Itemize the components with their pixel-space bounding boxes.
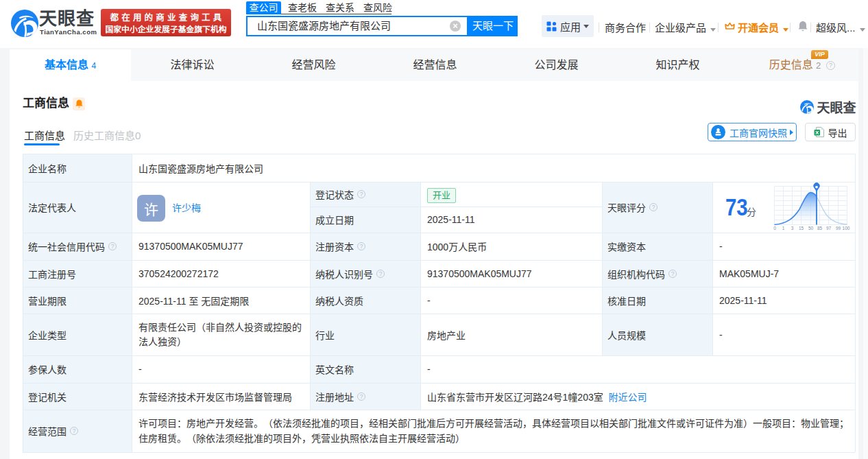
svg-text:1: 1 [782,226,785,231]
svg-text:100: 100 [843,226,850,231]
svg-text:50: 50 [808,226,814,231]
svg-text:99: 99 [836,226,841,231]
svg-text:3: 3 [791,226,794,231]
svg-text:15: 15 [799,226,804,231]
svg-text:0: 0 [773,226,776,231]
svg-text:97: 97 [826,226,832,231]
svg-text:85: 85 [817,226,823,231]
